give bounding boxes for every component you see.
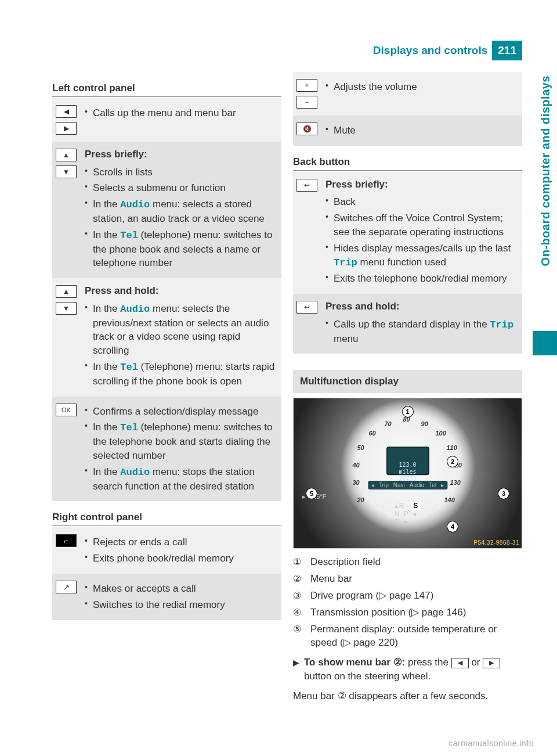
- photo-ref-label: P54.32-9868-31: [473, 539, 519, 546]
- end-call-icon: ⌐: [56, 534, 77, 547]
- list-item: Selects a submenu or function: [85, 181, 277, 195]
- chapter-tab: On-board computer and displays: [534, 70, 557, 272]
- list-item: In the Audio menu: selects the previous/…: [85, 302, 277, 358]
- chapter-tab-block: [533, 331, 557, 355]
- final-note: Menu bar ② disappears after a few second…: [293, 689, 522, 703]
- legend-text: Drive program (▷ page 147): [310, 589, 433, 603]
- legend-text: Transmission position (▷ page 146): [310, 606, 466, 620]
- legend-text: Description field: [310, 556, 381, 569]
- list-item: In the Tel (Telephone) menu: starts rapi…: [85, 360, 277, 388]
- list-item: In the Audio menu: selects a stored stat…: [85, 197, 277, 226]
- down-arrow-icon: ▼: [56, 165, 77, 178]
- list-item: In the Audio menu: stops the station sea…: [85, 465, 277, 494]
- dial-trip-readout: 123.0 miles 26753: [399, 462, 416, 483]
- legend-text: Menu bar: [310, 573, 352, 586]
- section-title: Displays and controls: [373, 44, 487, 57]
- list-item: Calls up the menu and menu bar: [85, 106, 277, 120]
- row-heading: Press briefly:: [85, 147, 277, 162]
- list-item: Mute: [325, 124, 518, 138]
- list-item: Calls up the standard display in the Tri…: [325, 318, 518, 346]
- left-panel-heading: Left control panel: [52, 82, 281, 97]
- list-item: Exits the telephone book/redial memory: [325, 272, 518, 286]
- callout-1: 1: [403, 406, 413, 417]
- right-arrow-icon: ▶: [56, 122, 77, 135]
- up-arrow-icon: ▲: [56, 285, 77, 298]
- legend-num-5: ⑤: [293, 623, 305, 636]
- list-item: Rejects or ends a call: [85, 535, 277, 549]
- back-icon: ↩: [296, 301, 317, 314]
- legend-num-3: ③: [293, 589, 305, 602]
- back-button-heading: Back button: [293, 156, 522, 171]
- list-item: In the Tel (telephone) menu: switches to…: [85, 228, 277, 270]
- accept-call-icon: ↗: [56, 581, 77, 593]
- list-item: Switches to the redial memory: [85, 598, 277, 612]
- action-text: To show menu bar ②: press the ◀ or ▶ but…: [304, 656, 522, 683]
- row-heading: Press and hold:: [325, 300, 518, 314]
- left-arrow-icon: ◀: [56, 105, 77, 118]
- list-item: Exits phone book/redial memory: [85, 552, 277, 566]
- mute-icon: 🔇: [296, 123, 317, 135]
- list-item: Adjusts the volume: [325, 80, 518, 94]
- legend-num-2: ②: [293, 573, 305, 585]
- right-panel-heading: Right control panel: [52, 512, 281, 526]
- right-arrow-icon: ▶: [483, 658, 500, 668]
- list-item: Back: [325, 195, 518, 209]
- legend-text: Permanent display: outside temperature o…: [310, 623, 522, 650]
- page-number: 211: [492, 41, 522, 60]
- row-heading: Press and hold:: [85, 284, 277, 298]
- down-arrow-icon: ▼: [56, 302, 77, 315]
- legend-num-1: ①: [293, 556, 305, 568]
- back-icon: ↩: [296, 179, 317, 192]
- row-heading: Press briefly:: [325, 178, 518, 192]
- volume-plus-icon: +: [296, 79, 317, 92]
- list-item: Hides display messages/calls up the last…: [325, 242, 518, 270]
- list-item: Switches off the Voice Control System; s…: [325, 211, 518, 239]
- display-menu-bar: ◂ Trip Navi Audio Tel ▸: [368, 481, 447, 489]
- ok-button-icon: OK: [56, 404, 77, 416]
- list-item: Makes or accepts a call: [85, 582, 277, 596]
- legend-num-4: ④: [293, 606, 305, 619]
- watermark: carmanualsonline.info: [449, 739, 534, 748]
- up-arrow-icon: ▲: [56, 149, 77, 161]
- volume-minus-icon: −: [296, 96, 317, 109]
- list-item: Confirms a selection/display message: [85, 405, 277, 419]
- multifunction-heading: Multifunction display: [293, 370, 522, 393]
- instrument-cluster-photo: 123.0 miles 26753 20 30 40 50 60 70 80 9…: [293, 398, 522, 549]
- gear-indicator: ▴R S N P ◂ D ▾: [395, 502, 421, 526]
- list-item: In the Tel (telephone) menu: switches to…: [85, 420, 277, 462]
- action-arrow-icon: ▶: [293, 657, 299, 669]
- left-arrow-icon: ◀: [451, 658, 469, 668]
- list-item: Scrolls in lists: [85, 165, 277, 179]
